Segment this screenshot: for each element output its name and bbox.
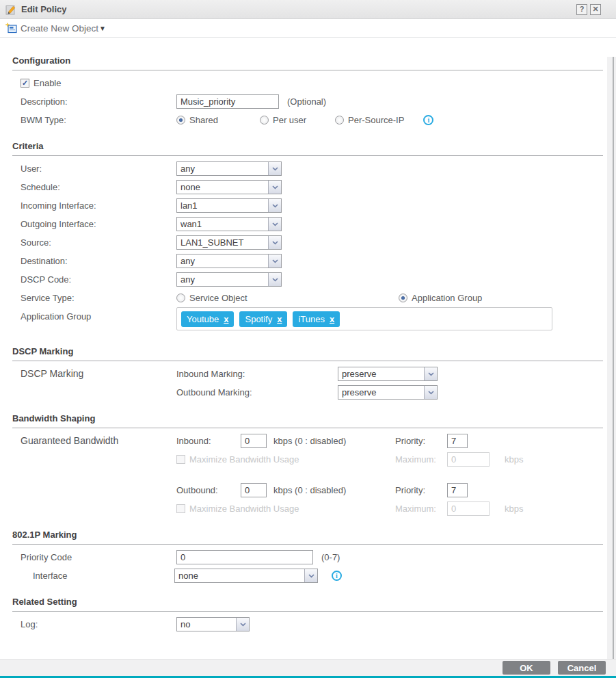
incoming-interface-select-value: lan1 [177,199,268,212]
footer: OK Cancel [0,659,616,678]
outbound-marking-value: preserve [338,386,424,399]
inbound-priority-label: Priority: [395,436,447,446]
inbound-maximize-checkbox [176,455,185,464]
inbound-row: Inbound: kbps (0 : disabled) Priority: [176,432,523,450]
outbound-maximize-checkbox [176,504,185,513]
interface-value: none [175,569,304,582]
inbound-maximize-row: Maximize Bandwidth Usage Maximum: kbps [176,450,523,469]
outbound-unit: kbps (0 : disabled) [273,485,395,495]
tag-remove-icon[interactable]: x [330,314,334,324]
create-new-object-icon [5,23,17,34]
outbound-label: Outbound: [176,485,241,495]
destination-label: Destination: [21,256,176,266]
select-chevron-icon [424,386,437,399]
enable-label: Enable [34,78,61,88]
interface-select[interactable]: none [174,569,318,583]
priority-code-input[interactable] [176,550,313,564]
select-chevron-icon [268,236,281,249]
create-new-object-button[interactable]: Create New Object [21,23,98,34]
outbound-marking-select[interactable]: preserve [338,385,438,400]
service-object-radio[interactable] [176,294,185,302]
description-row: Description: (Optional) [12,92,603,111]
help-button[interactable]: ? [576,4,587,15]
application-tag-label: Spotify [245,314,272,324]
schedule-label: Schedule: [21,182,176,192]
service-object-radio-label: Service Object [189,293,247,303]
configuration-heading: Configuration [12,55,603,70]
criteria-row-outgoing-interface: Outgoing Interface:wan1 [12,215,603,233]
related-setting-heading: Related Setting [12,597,603,612]
inbound-priority-input[interactable] [447,434,468,448]
dscp-code-select[interactable]: any [176,272,282,287]
interface-label: Interface [21,571,176,581]
per-source-ip-radio[interactable] [335,116,344,125]
info-icon[interactable]: i [332,571,342,581]
inbound-input[interactable] [241,434,267,448]
outbound-maximize-row: Maximize Bandwidth Usage Maximum: kbps [176,499,523,518]
enable-checkbox[interactable]: ✓ [21,79,29,88]
enable-row: ✓ Enable [12,74,603,92]
cancel-button[interactable]: Cancel [558,661,606,675]
destination-select[interactable]: any [176,254,282,268]
dialog-title: Edit Policy [21,4,574,14]
application-group-row: Application Group YoutubexSpotifyxiTunes… [12,307,603,335]
ok-button[interactable]: OK [503,661,550,675]
titlebar: Edit Policy ? ✕ [0,0,616,19]
shared-radio-label: Shared [189,115,218,125]
outbound-priority-input[interactable] [447,483,468,497]
dscp-code-select-value: any [177,273,268,286]
description-label: Description: [21,96,176,107]
criteria-row-source: Source:LAN1_SUBNET [12,233,603,252]
log-label: Log: [21,619,176,629]
shared-radio[interactable] [176,116,185,125]
chevron-down-icon[interactable]: ▼ [99,25,106,32]
select-chevron-icon [268,273,281,286]
interface-row: Interface none i [12,566,603,585]
outbound-input[interactable] [241,483,267,497]
outbound-marking-row: Outbound Marking: preserve [176,383,438,402]
application-group-label: Application Group [21,307,176,322]
inbound-label: Inbound: [176,436,241,446]
incoming-interface-select[interactable]: lan1 [176,198,282,213]
tag-remove-icon[interactable]: x [224,314,228,324]
inbound-marking-row: Inbound Marking: preserve [176,365,438,383]
inbound-maximum-input [447,452,490,467]
dialog-right-edge [607,57,616,659]
edit-pencil-icon [5,4,16,15]
select-chevron-icon [268,218,281,231]
log-value: no [177,618,236,631]
outbound-row: Outbound: kbps (0 : disabled) Priority: [176,481,523,499]
criteria-row-user: User:any [12,159,603,178]
inbound-marking-select[interactable]: preserve [338,367,438,381]
info-icon[interactable]: i [423,115,433,125]
radio-option-shared: Shared [176,115,260,125]
per-user-radio[interactable] [260,116,269,125]
outbound-marking-label: Outbound Marking: [176,387,338,397]
application-group-radio[interactable] [399,294,407,302]
source-select[interactable]: LAN1_SUBNET [176,235,282,250]
user-select[interactable]: any [176,161,282,176]
source-label: Source: [21,237,176,248]
outbound-maximum-label: Maximum: [395,504,447,514]
tag-remove-icon[interactable]: x [277,314,282,324]
application-tag: Spotifyx [239,311,287,327]
application-tag: Youtubex [181,311,234,327]
inbound-unit: kbps (0 : disabled) [273,436,395,446]
outgoing-interface-select[interactable]: wan1 [176,217,282,231]
description-optional-hint: (Optional) [287,96,326,107]
log-select[interactable]: no [176,617,250,631]
description-input[interactable] [176,94,279,109]
close-button[interactable]: ✕ [590,4,601,15]
select-chevron-icon [268,255,281,268]
schedule-select[interactable]: none [176,180,282,194]
8021p-marking-heading: 802.1P Marking [12,530,603,545]
outbound-priority-label: Priority: [395,485,447,495]
application-tag-label: iTunes [298,314,325,324]
outbound-maximum-unit: kbps [505,504,523,514]
application-group-radio-label: Application Group [412,293,482,303]
criteria-row-dscp-code: DSCP Code:any [12,270,603,289]
edit-policy-dialog: Edit Policy ? ✕ Create New Object ▼ Conf… [0,0,616,678]
dscp-marking-group-label: DSCP Marking [21,365,176,379]
application-group-tagbox[interactable]: YoutubexSpotifyxiTunesx [176,307,552,330]
application-tag: iTunesx [293,311,340,327]
